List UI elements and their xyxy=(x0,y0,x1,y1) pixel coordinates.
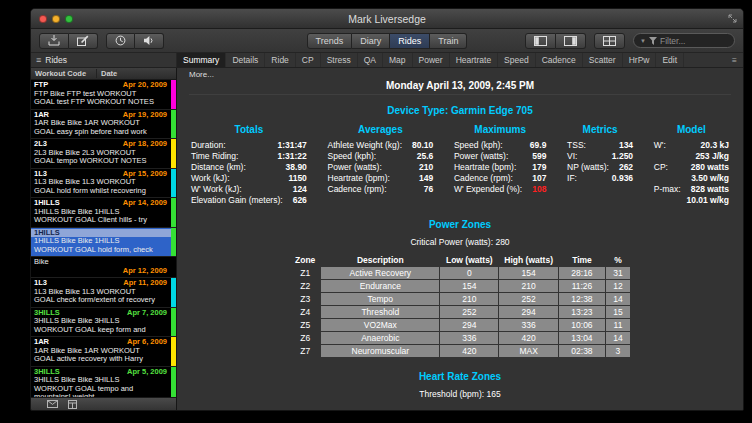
metric-value: 149 xyxy=(419,173,433,184)
metric-label: Power (watts): xyxy=(454,151,508,162)
zones-cell: 294 xyxy=(499,306,558,318)
tab-stress[interactable]: Stress xyxy=(321,53,358,67)
metric-value: 134 xyxy=(619,140,633,151)
zones-cell: Tempo xyxy=(321,293,439,305)
compose-button[interactable] xyxy=(69,33,98,49)
ride-list-item[interactable]: 1HILLSApr 14, 20091HILLS Bike Bike 1HILL… xyxy=(31,198,176,228)
main-tab-rides[interactable]: Rides xyxy=(390,33,430,49)
tab-cp[interactable]: CP xyxy=(296,53,321,67)
metric-value: 38.90 xyxy=(286,162,307,173)
fullscreen-icon[interactable] xyxy=(728,14,743,23)
zones-header-cell: Low (watts) xyxy=(440,254,498,266)
ride-color-bar xyxy=(171,278,176,307)
column-date[interactable]: Date xyxy=(97,69,117,78)
tab-cadence[interactable]: Cadence xyxy=(536,53,583,67)
minimize-button[interactable] xyxy=(52,15,60,23)
ride-list-header[interactable]: Workout Code Date xyxy=(31,68,176,80)
close-button[interactable] xyxy=(39,15,47,23)
tab-heartrate[interactable]: Heartrate xyxy=(450,53,498,67)
tab-hrpw[interactable]: HrPw xyxy=(623,53,657,67)
lowbar-toggle-button[interactable] xyxy=(556,33,586,49)
ride-list-item[interactable]: BikeApr 12, 2009 xyxy=(31,257,176,278)
funnel-icon xyxy=(649,37,657,45)
metric-row: IF:0.936 xyxy=(567,173,633,184)
ride-list-item[interactable]: FTPApr 20, 2009FTP Bike FTP test WORKOUT… xyxy=(31,80,176,110)
rides-menu-button[interactable]: ≡ Rides xyxy=(31,53,177,67)
ride-list-sidebar: Workout Code Date FTPApr 20, 2009FTP Bik… xyxy=(31,68,177,410)
tab-summary[interactable]: Summary xyxy=(177,53,226,67)
section-title: Maximums xyxy=(454,124,546,135)
filter-dropdown-icon[interactable]: ▼ xyxy=(640,38,646,44)
sidebar-toggle-button[interactable] xyxy=(525,33,556,49)
metric-label: Duration: xyxy=(191,140,226,151)
zones-cell: 336 xyxy=(499,319,558,331)
metric-label: Elevation Gain (meters): xyxy=(191,195,283,206)
ride-list-item[interactable]: 1HILLS1HILLS Bike Bike 1HILLSWORKOUT GOA… xyxy=(31,228,176,258)
zones-cell: Anaerobic xyxy=(321,332,439,344)
filter-field[interactable]: ▼ Filter... xyxy=(633,33,735,48)
ride-desc-line: GOAL active recovery with Harry xyxy=(34,355,167,364)
metric-row: 253 J/kg xyxy=(654,151,729,162)
zoom-button[interactable] xyxy=(65,15,73,23)
toolbar-right-group: ▼ Filter... xyxy=(467,33,735,49)
tab-speed[interactable]: Speed xyxy=(498,53,536,67)
metric-row: Duration:1:31:47 xyxy=(191,140,307,151)
zones-cell: 420 xyxy=(499,332,558,344)
zones-row: Z5VO2Max29433610:0611 xyxy=(290,319,630,331)
ride-list-item[interactable]: 2L3Apr 18, 20092L3 Bike Bike 2L3 WORKOUT… xyxy=(31,139,176,169)
tab-edit[interactable]: Edit xyxy=(656,53,684,67)
tabstrip-menu-icon[interactable]: ≡ xyxy=(726,53,743,67)
metric-label: Work (kJ): xyxy=(191,173,230,184)
more-link[interactable]: More... xyxy=(189,70,229,79)
ride-desc-line: GOAL hold form whilst recovering xyxy=(34,187,167,196)
clock-button[interactable] xyxy=(106,33,135,49)
ride-list: FTPApr 20, 2009FTP Bike FTP test WORKOUT… xyxy=(31,80,176,397)
metric-row: Heartrate (bpm):179 xyxy=(454,162,546,173)
column-workout-code[interactable]: Workout Code xyxy=(31,69,97,78)
tab-ride[interactable]: Ride xyxy=(265,53,295,67)
tile-view-button[interactable] xyxy=(594,33,625,49)
zones-cell: VO2Max xyxy=(321,319,439,331)
tab-map[interactable]: Map xyxy=(383,53,413,67)
critical-power-label: Critical Power (watts): 280 xyxy=(189,237,731,247)
metric-value: 80.10 xyxy=(412,140,433,151)
tab-power[interactable]: Power xyxy=(413,53,450,67)
zones-header-cell: % xyxy=(606,254,630,266)
metric-value: 20.3 kJ xyxy=(701,140,729,151)
view-switcher: TrendsDiaryRidesTrain xyxy=(307,33,468,49)
titlebar[interactable]: Mark Liversedge xyxy=(31,9,743,29)
main-tab-diary[interactable]: Diary xyxy=(352,33,390,49)
metric-row: W' Expended (%):108 xyxy=(454,184,546,195)
ride-date: Apr 7, 2009 xyxy=(127,309,167,318)
tab-qa[interactable]: QA xyxy=(358,53,383,67)
menu-icon: ≡ xyxy=(36,55,41,65)
import-button[interactable] xyxy=(39,33,69,49)
main-tab-trends[interactable]: Trends xyxy=(307,33,353,49)
metric-row: Time Riding:1:31:22 xyxy=(191,151,307,162)
calendar-icon[interactable] xyxy=(68,400,77,409)
zones-cell: 420 xyxy=(440,345,498,357)
ride-list-item[interactable]: 1ARApr 6, 20091AR Bike Bike 1AR WORKOUTG… xyxy=(31,337,176,367)
ride-list-item[interactable]: 3HILLSApr 5, 20093HILLS Bike Bike 3HILLS… xyxy=(31,367,176,398)
zones-cell: 252 xyxy=(499,293,558,305)
zones-header-cell: High (watts) xyxy=(499,254,558,266)
sidebar-footer xyxy=(31,397,176,410)
ride-desc-line: WORKOUT GOAL keep form and xyxy=(34,326,167,335)
tab-details[interactable]: Details xyxy=(226,53,265,67)
metric-row: W' Work (kJ):124 xyxy=(191,184,307,195)
summary-section-totals: TotalsDuration:1:31:47Time Riding:1:31:2… xyxy=(191,124,307,206)
zones-cell: Z6 xyxy=(290,332,320,344)
audio-button[interactable] xyxy=(135,33,164,49)
metric-label: W' Expended (%): xyxy=(454,184,522,195)
main-tab-train[interactable]: Train xyxy=(430,33,467,49)
zones-cell: 15 xyxy=(606,306,630,318)
metric-label: Athlete Weight (kg): xyxy=(328,140,403,151)
ride-date: Apr 12, 2009 xyxy=(123,267,167,276)
ride-list-item[interactable]: 1L3Apr 15, 20091L3 Bike Bike 1L3 WORKOUT… xyxy=(31,169,176,199)
ride-list-item[interactable]: 1ARApr 19, 20091AR Bike Bike 1AR WORKOUT… xyxy=(31,110,176,140)
mail-icon[interactable] xyxy=(47,400,58,408)
ride-list-item[interactable]: 3HILLSApr 7, 20093HILLS Bike Bike 3HILLS… xyxy=(31,308,176,338)
ride-list-item[interactable]: 1L3Apr 11, 20091L3 Bike Bike 1L3 WORKOUT… xyxy=(31,278,176,308)
tab-scatter[interactable]: Scatter xyxy=(583,53,623,67)
zones-cell: Z5 xyxy=(290,319,320,331)
